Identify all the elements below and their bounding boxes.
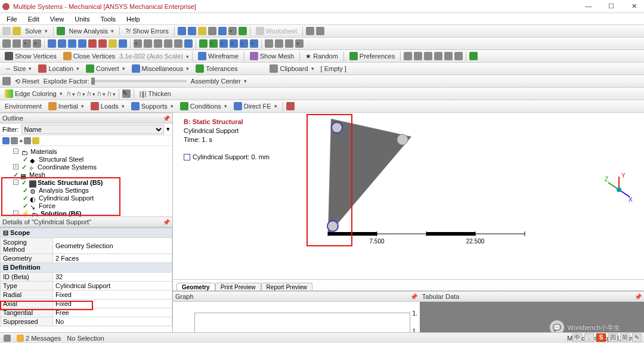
tree-steel[interactable]: ✓◆Structural Steel	[2, 155, 171, 163]
show-mesh-button[interactable]: Show Mesh	[247, 51, 296, 61]
tool-icon[interactable]	[208, 27, 216, 35]
view-icon[interactable]	[275, 39, 283, 48]
rotate-icon[interactable]	[134, 39, 142, 48]
tree-static[interactable]: –✓⬛Static Structural (B5)	[2, 178, 171, 186]
edge-opt[interactable]: ℎ	[87, 90, 95, 98]
ime-btn[interactable]: 四	[608, 333, 618, 342]
directfe-button[interactable]: Direct FE	[231, 101, 280, 112]
sel-edge-icon[interactable]	[58, 39, 66, 48]
tree-materials[interactable]: –🗀Materials	[2, 147, 171, 155]
ime-btn[interactable]: ✎	[632, 333, 642, 342]
view-icon[interactable]	[240, 39, 248, 48]
ime-btn[interactable]: 中	[572, 333, 582, 342]
tool-icon[interactable]	[198, 27, 206, 35]
menu-edit[interactable]: Edit	[25, 14, 42, 24]
inertial-button[interactable]: Inertial	[46, 101, 86, 112]
axis-icon[interactable]	[404, 52, 412, 60]
back-icon[interactable]	[2, 27, 11, 35]
tool-icon[interactable]	[188, 27, 196, 35]
axis-icon[interactable]	[414, 52, 422, 60]
look-at-icon[interactable]	[184, 39, 193, 48]
tangential-value[interactable]: Free	[53, 308, 172, 317]
geometry-value[interactable]: 2 Faces	[53, 254, 172, 263]
sel-face-icon[interactable]	[68, 39, 76, 48]
misc-button[interactable]: Miscellaneous	[129, 63, 192, 74]
axis-icon[interactable]	[434, 52, 442, 60]
random-button[interactable]: ★ Random	[303, 51, 340, 61]
tree-cyl[interactable]: ✓◐Cylindrical Support	[2, 194, 171, 202]
tree-coord[interactable]: +✓✧Coordinate Systems	[2, 163, 171, 171]
assembly-center-button[interactable]: Assembly Center	[188, 76, 249, 86]
tolerances-button[interactable]: Tolerances	[193, 63, 240, 74]
view-icon[interactable]	[265, 39, 273, 48]
minimize-button[interactable]: —	[581, 2, 596, 10]
suppressed-value[interactable]: No	[53, 317, 172, 326]
graphics-viewport[interactable]: B: Static Structural Cylindrical Support…	[173, 113, 644, 279]
view-icon[interactable]	[230, 39, 238, 48]
tool-icon[interactable]	[316, 27, 324, 35]
tree-icon[interactable]	[2, 137, 10, 144]
solve-button[interactable]: Solve	[23, 26, 50, 36]
id-value[interactable]: 32	[53, 273, 172, 282]
autoscale-dd[interactable]	[185, 52, 189, 60]
tree-force[interactable]: ✓↘Force	[2, 202, 171, 209]
tab-geometry[interactable]: Geometry	[177, 283, 215, 291]
sel-icon[interactable]	[13, 39, 21, 48]
reset-button[interactable]: ⟲ Reset	[13, 76, 42, 86]
conditions-button[interactable]: Conditions	[178, 101, 230, 112]
sel-icon[interactable]	[109, 39, 117, 48]
preferences-button[interactable]: Preferences	[347, 51, 397, 61]
tool-icon[interactable]	[218, 27, 227, 35]
maximize-button[interactable]: ☐	[603, 2, 619, 10]
tree-icon[interactable]	[11, 137, 18, 144]
pin-icon[interactable]: 📌	[163, 219, 170, 225]
pin-icon[interactable]: 📌	[410, 293, 417, 300]
show-errors-button[interactable]: ?/ Show Errors	[123, 26, 171, 36]
orientation-triad[interactable]: Y X Z	[605, 173, 633, 202]
close-button[interactable]: ✕	[626, 2, 642, 10]
sel-node-icon[interactable]	[88, 39, 97, 48]
menu-units[interactable]: Units	[72, 14, 92, 24]
pen-icon[interactable]: ✎	[122, 89, 131, 98]
close-vertices-button[interactable]: Close Vertices	[61, 51, 117, 61]
environment-button[interactable]: Environment	[2, 101, 44, 111]
menu-file[interactable]: File	[4, 14, 20, 24]
menu-tools[interactable]: Tools	[97, 14, 119, 24]
filter-select[interactable]: Name	[21, 125, 165, 134]
tree-analysis[interactable]: ✓⚙Analysis Settings	[2, 186, 171, 194]
tool-icon[interactable]	[228, 27, 237, 35]
lightning-icon[interactable]	[13, 27, 21, 35]
tool-icon[interactable]	[286, 102, 295, 110]
new-analysis-button[interactable]: New Analysis	[67, 26, 116, 36]
tab-report-preview[interactable]: Report Preview	[261, 283, 312, 291]
pan-icon[interactable]	[144, 39, 152, 48]
expand-icon[interactable]: +	[19, 137, 23, 144]
cursor-icon[interactable]	[306, 27, 314, 35]
axis-icon[interactable]	[454, 52, 463, 60]
show-vertices-button[interactable]: Show Vertices	[2, 51, 59, 61]
sel-elem-icon[interactable]	[98, 39, 107, 48]
sel-vertex-icon[interactable]	[48, 39, 56, 48]
explode-slider[interactable]	[91, 80, 187, 82]
axis-icon[interactable]	[424, 52, 432, 60]
view-icon[interactable]	[295, 39, 304, 48]
view-icon[interactable]	[199, 39, 208, 48]
zoom-box-icon[interactable]	[164, 39, 172, 48]
sel-body-icon[interactable]	[78, 39, 86, 48]
type-value[interactable]: Cylindrical Support	[53, 282, 172, 291]
menu-view[interactable]: View	[47, 14, 67, 24]
supports-button[interactable]: Supports	[129, 101, 176, 112]
zoom-icon[interactable]	[154, 39, 162, 48]
tool-icon[interactable]	[239, 27, 247, 35]
ime-btn[interactable]: ,	[584, 333, 594, 342]
zoom-fit-icon[interactable]	[174, 39, 182, 48]
pin-icon[interactable]: 📌	[163, 115, 170, 122]
sb-messages[interactable]: 2 Messages	[17, 335, 61, 342]
edge-coloring-button[interactable]: Edge Coloring	[2, 88, 65, 99]
tree-icon[interactable]	[32, 137, 39, 144]
tree-icon[interactable]	[24, 137, 31, 144]
edge-opt[interactable]: ℎ	[67, 90, 75, 98]
location-button[interactable]: Location	[36, 63, 82, 74]
edge-opt[interactable]: ℎ	[97, 90, 106, 98]
axis-icon[interactable]	[469, 52, 478, 60]
